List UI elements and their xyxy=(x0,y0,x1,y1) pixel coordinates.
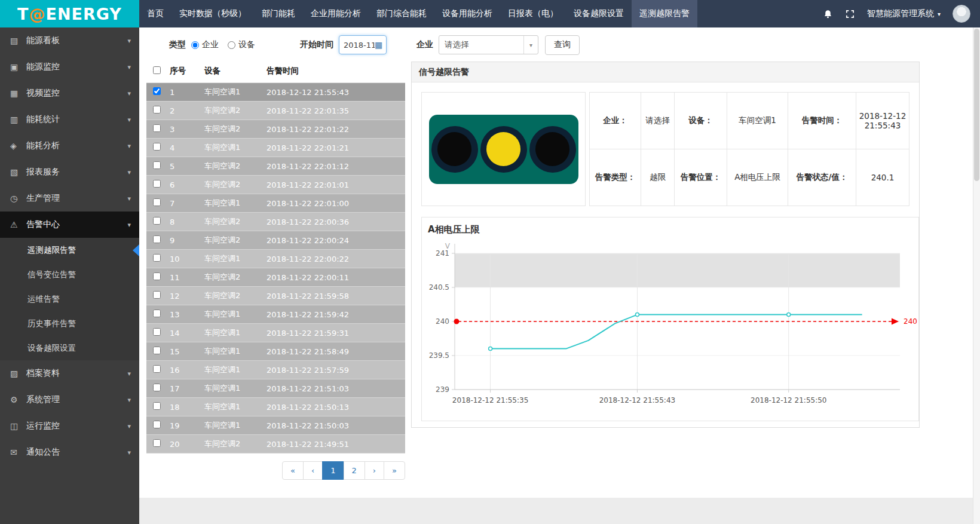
row-device: 车间空调1 xyxy=(201,379,263,398)
sidebar-sub-item[interactable]: 遥测越限告警 xyxy=(0,238,139,262)
sidebar-item[interactable]: ⚙系统管理▾ xyxy=(0,387,139,413)
sidebar-sub-item[interactable]: 信号变位告警 xyxy=(0,262,139,287)
table-row[interactable]: 14车间空调12018-11-22 21:59:31 xyxy=(146,324,405,342)
row-checkbox[interactable] xyxy=(153,106,161,114)
row-time: 2018-11-22 22:00:11 xyxy=(263,268,405,287)
row-checkbox[interactable] xyxy=(153,180,161,188)
row-checkbox[interactable] xyxy=(153,421,161,428)
select-all-checkbox[interactable] xyxy=(153,66,161,74)
fullscreen-icon[interactable] xyxy=(845,9,855,19)
sidebar-sub-item[interactable]: 历史事件告警 xyxy=(0,311,139,336)
radio-input[interactable] xyxy=(228,41,235,49)
bell-icon[interactable] xyxy=(823,9,833,19)
sidebar-item[interactable]: ▦视频监控▾ xyxy=(0,80,139,106)
table-row[interactable]: 13车间空调12018-11-22 21:59:42 xyxy=(146,305,405,324)
nav-item[interactable]: 日报表（电） xyxy=(500,0,566,27)
sidebar-item[interactable]: ⚠告警中心▾ xyxy=(0,212,139,238)
page-button[interactable]: 2 xyxy=(344,461,365,480)
row-device: 车间空调2 xyxy=(201,213,263,231)
table-row[interactable]: 3车间空调22018-11-22 22:01:22 xyxy=(146,120,405,139)
sidebar-item[interactable]: ◈能耗分析▾ xyxy=(0,133,139,159)
row-checkbox[interactable] xyxy=(153,143,161,151)
sidebar-item[interactable]: ▤能源看板▾ xyxy=(0,27,139,54)
sidebar-item[interactable]: ▧报表服务▾ xyxy=(0,159,139,185)
avatar[interactable] xyxy=(953,5,970,23)
type-radio-option[interactable]: 设备 xyxy=(228,39,255,50)
traffic-light-card xyxy=(421,92,586,206)
sidebar-item[interactable]: ▥能耗统计▾ xyxy=(0,106,139,133)
start-time-value[interactable] xyxy=(344,41,375,50)
sidebar-item-label: 能源监控 xyxy=(26,62,60,72)
table-row[interactable]: 19车间空调12018-11-22 21:50:03 xyxy=(146,416,405,435)
table-row[interactable]: 16车间空调12018-11-22 21:57:59 xyxy=(146,361,405,379)
sidebar-item[interactable]: ▨档案资料▾ xyxy=(0,360,139,387)
row-checkbox[interactable] xyxy=(153,328,161,336)
row-checkbox[interactable] xyxy=(153,402,161,410)
row-checkbox[interactable] xyxy=(153,124,161,132)
page-button[interactable]: » xyxy=(384,461,405,480)
row-checkbox[interactable] xyxy=(153,272,161,280)
type-radio-option[interactable]: 企业 xyxy=(191,39,219,50)
vertical-scrollbar[interactable] xyxy=(973,27,980,524)
row-time: 2018-11-22 22:01:21 xyxy=(263,139,405,157)
query-button[interactable]: 查询 xyxy=(545,35,580,55)
company-value: 请选择 xyxy=(641,93,675,149)
kanban-icon: ▤ xyxy=(10,36,26,45)
calendar-icon[interactable]: ▦ xyxy=(375,40,382,50)
table-row[interactable]: 6车间空调22018-11-22 22:01:01 xyxy=(146,176,405,194)
row-checkbox[interactable] xyxy=(153,439,161,447)
table-row[interactable]: 17车间空调12018-11-22 21:51:03 xyxy=(146,379,405,398)
nav-item[interactable]: 设备越限设置 xyxy=(566,0,632,27)
sidebar-item[interactable]: ▣能源监控▾ xyxy=(0,54,139,80)
table-row[interactable]: 4车间空调12018-11-22 22:01:21 xyxy=(146,139,405,157)
table-row[interactable]: 8车间空调22018-11-22 22:00:36 xyxy=(146,213,405,231)
row-checkbox[interactable] xyxy=(153,235,161,243)
company-select[interactable]: 请选择 ▾ xyxy=(439,35,538,54)
nav-item[interactable]: 设备用能分析 xyxy=(434,0,500,27)
page-button[interactable]: ‹ xyxy=(303,461,323,480)
scrollbar-thumb[interactable] xyxy=(974,29,979,181)
row-checkbox[interactable] xyxy=(153,365,161,373)
nav-item[interactable]: 部门综合能耗 xyxy=(369,0,434,27)
row-device: 车间空调1 xyxy=(201,342,263,361)
table-row[interactable]: 20车间空调22018-11-22 21:49:51 xyxy=(146,435,405,453)
table-row[interactable]: 10车间空调12018-11-22 22:00:22 xyxy=(146,250,405,268)
voltage-line-chart: 241240.5240239.52392018-12-12 21:55:3520… xyxy=(422,235,917,416)
system-name-menu[interactable]: 智慧能源管理系统 ▾ xyxy=(867,8,941,19)
row-checkbox[interactable] xyxy=(153,217,161,225)
nav-item[interactable]: 实时数据（秒级） xyxy=(172,0,254,27)
nav-item[interactable]: 部门能耗 xyxy=(254,0,303,27)
radio-input[interactable] xyxy=(191,41,199,49)
table-row[interactable]: 5车间空调22018-11-22 22:01:12 xyxy=(146,157,405,176)
table-row[interactable]: 12车间空调22018-11-22 21:59:58 xyxy=(146,287,405,305)
row-no: 19 xyxy=(166,416,201,435)
sidebar-item[interactable]: ◫运行监控▾ xyxy=(0,413,139,439)
page-button[interactable]: « xyxy=(282,461,304,480)
page-button[interactable]: › xyxy=(365,461,384,480)
row-checkbox[interactable] xyxy=(153,310,161,317)
table-row[interactable]: 11车间空调22018-11-22 22:00:11 xyxy=(146,268,405,287)
table-row[interactable]: 9车间空调22018-11-22 22:00:24 xyxy=(146,231,405,250)
row-checkbox[interactable] xyxy=(153,291,161,299)
table-row[interactable]: 2车间空调22018-11-22 22:01:35 xyxy=(146,102,405,120)
sidebar-item[interactable]: ◷生产管理▾ xyxy=(0,185,139,212)
row-checkbox[interactable] xyxy=(153,254,161,262)
table-row[interactable]: 15车间空调12018-11-22 21:58:49 xyxy=(146,342,405,361)
sidebar-item[interactable]: ✉通知公告▾ xyxy=(0,439,139,465)
sidebar-sub-item[interactable]: 设备越限设置 xyxy=(0,336,139,360)
start-time-input[interactable]: ▦ xyxy=(339,35,387,54)
row-checkbox[interactable] xyxy=(153,87,161,95)
page-button[interactable]: 1 xyxy=(322,461,344,480)
nav-item[interactable]: 首页 xyxy=(139,0,172,27)
table-row[interactable]: 18车间空调12018-11-22 21:50:13 xyxy=(146,398,405,416)
row-checkbox[interactable] xyxy=(153,384,161,391)
row-checkbox[interactable] xyxy=(153,161,161,169)
nav-item[interactable]: 企业用能分析 xyxy=(303,0,369,27)
nav-item[interactable]: 遥测越限告警 xyxy=(632,0,697,27)
row-device: 车间空调2 xyxy=(201,102,263,120)
row-checkbox[interactable] xyxy=(153,198,161,206)
row-checkbox[interactable] xyxy=(153,347,161,354)
table-row[interactable]: 1车间空调12018-12-12 21:55:43 xyxy=(146,83,405,102)
sidebar-sub-item[interactable]: 运维告警 xyxy=(0,287,139,311)
table-row[interactable]: 7车间空调12018-11-22 22:01:00 xyxy=(146,194,405,213)
